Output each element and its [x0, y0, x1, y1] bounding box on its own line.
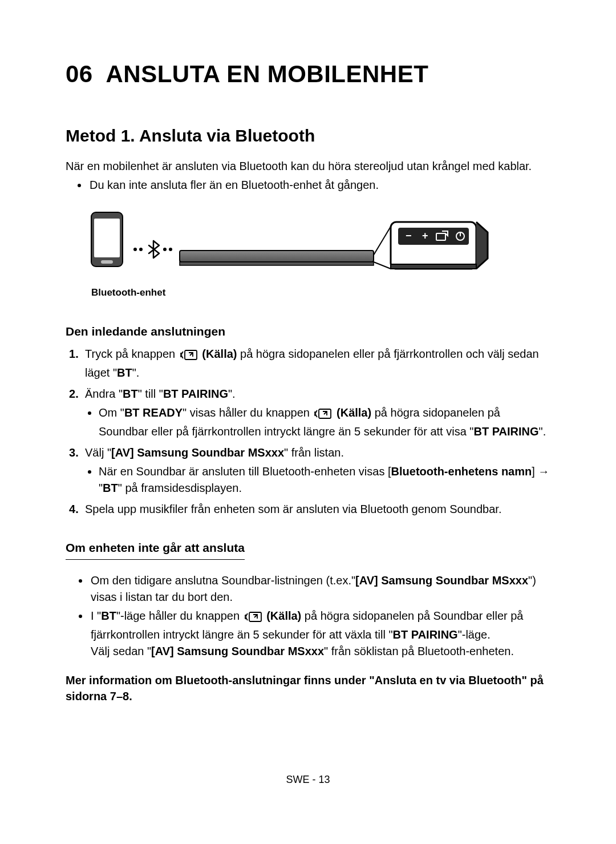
text: " från söklistan på Bluetooth-enheten.: [324, 645, 514, 657]
btpairing-label: BT PAIRING: [393, 628, 458, 641]
btpairing-label: BT PAIRING: [473, 425, 538, 438]
initial-connection-heading: Den inledande anslutningen: [66, 323, 550, 340]
chapter-title: ANSLUTA EN MOBILENHET: [106, 60, 429, 87]
chapter-heading: 06 ANSLUTA EN MOBILENHET: [66, 57, 550, 92]
text: Om den tidigare anslutna Soundbar-listni…: [91, 574, 355, 587]
source-icon: [314, 407, 331, 423]
page-footer: SWE - 13: [0, 772, 616, 787]
text: " på framsidesdisplayen.: [118, 482, 242, 494]
svg-line-10: [374, 262, 391, 269]
svg-point-5: [163, 248, 167, 251]
step-2: Ändra "BT" till "BT PAIRING". Om "BT REA…: [66, 386, 550, 440]
connection-diagram: − + Bluetooth-enhet: [66, 209, 550, 300]
kalla-label: (Källa): [337, 406, 371, 419]
btpairing-label: BT PAIRING: [163, 387, 228, 400]
av-device-label: [AV] Samsung Soundbar MSxxx: [151, 645, 324, 657]
svg-rect-8: [180, 262, 374, 265]
text: ".: [539, 425, 546, 438]
text: "-läge håller du knappen: [116, 609, 243, 622]
svg-text:−: −: [406, 230, 412, 241]
text: I ": [91, 609, 101, 622]
troubleshoot-bullets: Om den tidigare anslutna Soundbar-listni…: [66, 572, 550, 660]
text: Tryck på knappen: [85, 348, 179, 360]
list-item: När en Soundbar är ansluten till Bluetoo…: [99, 463, 550, 496]
text: " visas håller du knappen: [183, 406, 313, 419]
source-icon: [245, 610, 262, 627]
btready-label: BT READY: [124, 406, 183, 419]
text: Om ": [99, 406, 124, 419]
bt-label: BT: [123, 387, 138, 400]
svg-rect-2: [101, 260, 113, 264]
bt-label: BT: [117, 366, 132, 379]
text: " till ": [138, 387, 163, 400]
svg-line-9: [374, 227, 391, 255]
text: ".: [228, 387, 236, 400]
kalla-label: (Källa): [202, 348, 237, 360]
chapter-number: 06: [66, 60, 93, 87]
svg-point-3: [133, 248, 137, 251]
svg-point-4: [139, 248, 143, 251]
more-info-note: Mer information om Bluetooth-anslutninga…: [66, 672, 550, 704]
section-heading: Metod 1. Ansluta via Bluetooth: [66, 123, 550, 148]
bt-device-name-label: Bluetooth-enhetens namn: [391, 465, 532, 478]
text: " från listan.: [284, 446, 344, 459]
svg-rect-7: [180, 251, 374, 262]
av-device-label: [AV] Samsung Soundbar MSxxx: [355, 574, 528, 587]
bt-label: BT: [103, 482, 118, 494]
step-3: Välj "[AV] Samsung Soundbar MSxxx" från …: [66, 445, 550, 496]
initial-steps: Tryck på knappen (Källa) på högra sidopa…: [66, 346, 550, 518]
list-item: I "BT"-läge håller du knappen (Källa) på…: [90, 608, 550, 660]
step-2-sub: Om "BT READY" visas håller du knappen (K…: [85, 405, 550, 440]
text: ".: [132, 366, 140, 379]
svg-rect-1: [94, 219, 120, 257]
text: När en Soundbar är ansluten till Bluetoo…: [99, 465, 391, 478]
svg-text:+: +: [422, 230, 428, 241]
intro-paragraph: När en mobilenhet är ansluten via Blueto…: [66, 158, 550, 175]
av-device-label: [AV] Samsung Soundbar MSxxx: [111, 446, 284, 459]
list-item: Om den tidigare anslutna Soundbar-listni…: [90, 572, 550, 605]
text: Välj ": [85, 446, 111, 459]
step-4: Spela upp musikfiler från enheten som är…: [66, 501, 550, 518]
page: 06 ANSLUTA EN MOBILENHET Metod 1. Anslut…: [0, 0, 616, 844]
text: Ändra ": [85, 387, 123, 400]
svg-rect-18: [391, 264, 476, 269]
list-item: Om "BT READY" visas håller du knappen (K…: [99, 405, 550, 440]
source-icon: [180, 348, 197, 365]
text: "-läge.: [458, 628, 491, 641]
intro-bullets: Du kan inte ansluta fler än en Bluetooth…: [66, 177, 550, 193]
bt-label: BT: [101, 609, 116, 622]
diagram-caption: Bluetooth-enhet: [91, 286, 550, 300]
step-1: Tryck på knappen (Källa) på högra sidopa…: [66, 346, 550, 381]
troubleshoot-heading: Om enheten inte går att ansluta: [66, 539, 245, 559]
svg-point-6: [169, 248, 172, 251]
list-item: Du kan inte ansluta fler än en Bluetooth…: [88, 177, 550, 193]
text: Välj sedan ": [91, 645, 151, 657]
kalla-label: (Källa): [266, 609, 301, 622]
step-3-sub: När en Soundbar är ansluten till Bluetoo…: [85, 463, 550, 496]
